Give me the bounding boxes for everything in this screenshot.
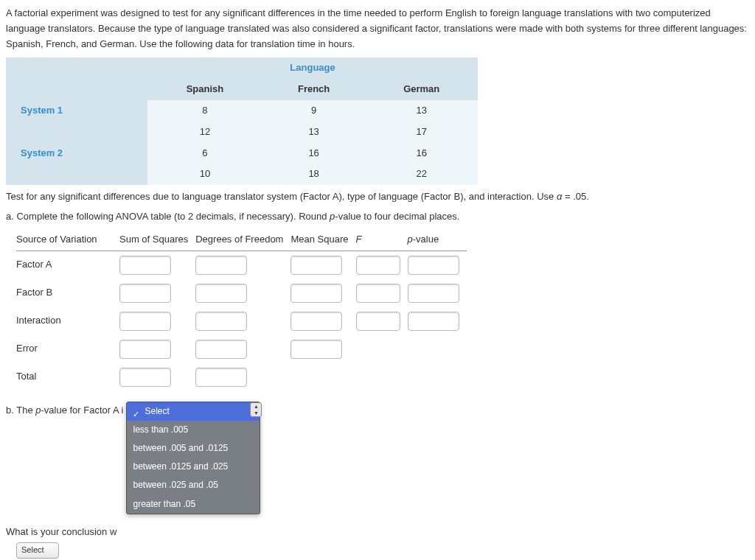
row-system1: System 1 [6, 100, 147, 122]
hdr-ss: Sum of Squares [119, 229, 195, 251]
hdr-source: Source of Variation [16, 229, 119, 251]
input-b-ms[interactable] [290, 284, 342, 303]
hdr-ms: Mean Square [290, 229, 355, 251]
input-i-p[interactable] [408, 312, 459, 331]
row-factor-b: Factor B [16, 279, 119, 307]
row-factor-a: Factor A [16, 251, 119, 279]
col-french: French [262, 79, 366, 100]
part-b: b. The p-value for Factor A i Select les… [6, 402, 749, 514]
input-i-ms[interactable] [290, 312, 342, 331]
col-german: German [365, 79, 478, 100]
input-e-df[interactable] [195, 340, 247, 359]
dropdown-selected[interactable]: Select [127, 402, 260, 421]
dropdown-option[interactable]: between .025 and .05 [127, 476, 260, 494]
hdr-df: Degrees of Freedom [195, 229, 290, 251]
input-t-ss[interactable] [119, 368, 171, 387]
row-error: Error [16, 335, 119, 363]
input-b-ss[interactable] [119, 284, 171, 303]
part-a-prompt: a. Complete the following ANOVA table (t… [6, 209, 749, 225]
input-a-f[interactable] [356, 256, 400, 275]
dropdown-option[interactable]: between .0125 and .025 [127, 458, 260, 476]
data-table: Language Spanish French German System 1 … [6, 57, 478, 185]
dropdown-option[interactable]: less than .005 [127, 421, 260, 439]
input-a-df[interactable] [195, 256, 247, 275]
stepper-icon[interactable]: ▲▼ [250, 402, 262, 417]
hdr-pvalue: p-value [408, 229, 467, 251]
input-b-f[interactable] [356, 284, 400, 303]
conclusion-select[interactable]: Select [16, 542, 59, 559]
language-header: Language [147, 57, 478, 79]
test-instructions: Test for any significant differences due… [6, 189, 749, 205]
hdr-f: F [356, 229, 408, 251]
anova-table: Source of Variation Sum of Squares Degre… [16, 229, 467, 391]
row-total: Total [16, 363, 119, 391]
dropdown-option[interactable]: greater than .05 [127, 495, 260, 514]
input-i-f[interactable] [356, 312, 400, 331]
dropdown-option[interactable]: between .005 and .0125 [127, 439, 260, 458]
input-e-ss[interactable] [119, 340, 171, 359]
check-icon [133, 407, 140, 415]
conclusion-question: What is your conclusion w [6, 525, 749, 540]
row-system2: System 2 [6, 143, 147, 164]
input-a-ss[interactable] [119, 256, 171, 275]
problem-intro: A factorial experiment was designed to t… [6, 6, 749, 52]
input-i-df[interactable] [195, 312, 247, 331]
input-b-p[interactable] [408, 284, 459, 303]
factor-a-pvalue-dropdown[interactable]: Select less than .005 between .005 and .… [126, 402, 260, 514]
row-interaction: Interaction [16, 307, 119, 335]
col-spanish: Spanish [147, 79, 262, 100]
input-t-df[interactable] [195, 368, 247, 387]
input-i-ss[interactable] [119, 312, 171, 331]
input-a-p[interactable] [408, 256, 459, 275]
input-e-ms[interactable] [290, 340, 342, 359]
input-b-df[interactable] [195, 284, 247, 303]
input-a-ms[interactable] [290, 256, 342, 275]
